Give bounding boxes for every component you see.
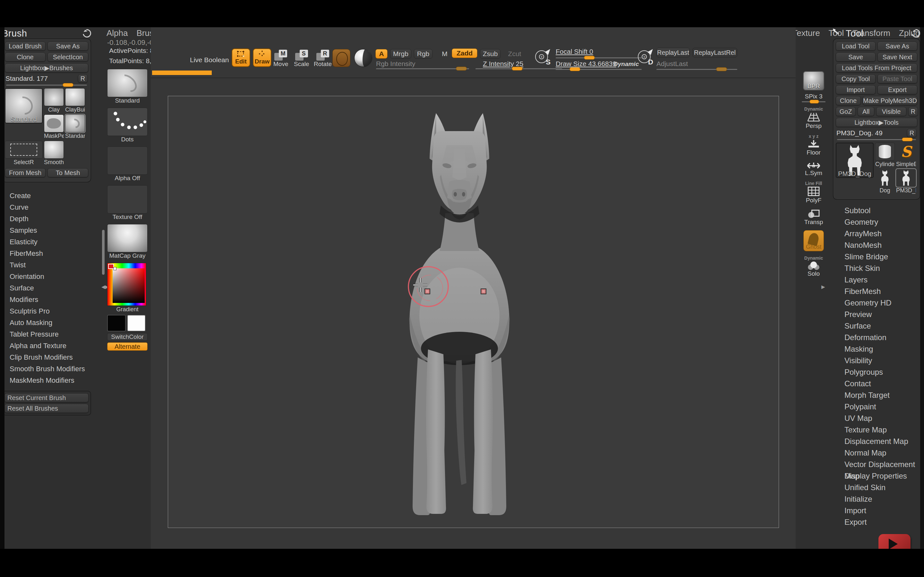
brush-menu-item[interactable]: Orientation [2, 271, 91, 282]
color-picker-marker[interactable] [113, 267, 116, 270]
brush-menu-item[interactable]: Elasticity [2, 236, 91, 248]
brush-menu-item[interactable]: Auto Masking [2, 317, 91, 329]
tool-menu-item[interactable]: Morph Target [833, 390, 920, 401]
adjust-last-handle[interactable] [716, 67, 727, 71]
tool-menu-item[interactable]: Thick Skin [833, 263, 920, 274]
tray-thumbnail[interactable] [107, 185, 148, 213]
tool-menu-item[interactable]: UV Map [833, 413, 920, 424]
brush-menu-item[interactable]: FiberMesh [2, 248, 91, 259]
brush-menu-item[interactable]: Create [2, 190, 91, 201]
transparency-button[interactable]: Transp [804, 208, 823, 226]
tool-menu-item[interactable]: Import [833, 505, 920, 516]
dynamic-draw-size-toggle[interactable]: Dynamic [614, 61, 639, 68]
tray-thumbnail[interactable] [107, 69, 148, 97]
alternate-button[interactable]: Alternate [107, 342, 148, 351]
local-symmetry-button[interactable]: L.Sym [805, 161, 822, 177]
mrgb-button[interactable]: Mrgb [390, 49, 411, 59]
brush-thumbnail[interactable] [65, 114, 85, 132]
goz-button[interactable]: GoZ [836, 107, 856, 116]
switch-color-button[interactable]: SwitchColor [107, 333, 148, 341]
tool-thumbnail[interactable] [875, 169, 895, 187]
color-picker[interactable] [107, 263, 146, 306]
tool-slider-handle[interactable] [902, 137, 913, 141]
clone-tool-button[interactable]: Clone [836, 96, 861, 105]
tool-menu-item[interactable]: Slime Bridge [833, 251, 920, 263]
brush-thumbnail[interactable] [5, 141, 43, 159]
draw-size-slider[interactable] [556, 69, 642, 70]
tool-menu-item[interactable]: Polygroups [833, 366, 920, 378]
load-tools-from-project-button[interactable]: Load Tools From Project [836, 63, 917, 73]
depth-dial-icon[interactable]: + D [637, 48, 654, 65]
tool-menu-item[interactable]: Contact [833, 378, 920, 390]
brush-menu-item[interactable]: Modifiers [2, 294, 91, 306]
import-tool-button[interactable]: Import [836, 85, 876, 94]
paste-tool-button[interactable]: Paste Tool [877, 74, 917, 83]
tool-menu-item[interactable]: Initialize [833, 493, 920, 505]
tool-slider-reset-button[interactable]: R [907, 129, 917, 137]
brush-menu-item[interactable]: Depth [2, 213, 91, 225]
brush-menu-item[interactable]: Surface [2, 282, 91, 294]
live-boolean-toggle[interactable]: Live Boolean [190, 56, 229, 64]
m-button[interactable]: M [439, 49, 451, 59]
brush-slider-track[interactable] [6, 85, 87, 85]
replay-last-rel-button[interactable]: ReplayLastRel [692, 48, 737, 57]
tool-menu-item[interactable]: FiberMesh [833, 285, 920, 297]
solo-button[interactable]: Dynamic Solo [804, 256, 823, 277]
tool-menu-item[interactable]: Preview [833, 309, 920, 320]
to-mesh-button[interactable]: To Mesh [47, 168, 88, 177]
goz-r-button[interactable]: R [908, 107, 918, 116]
z-intensity-handle[interactable] [512, 67, 523, 71]
make-polymesh3d-button[interactable]: Make PolyMesh3D [863, 96, 917, 105]
move-mode-button[interactable]: M Move [273, 50, 288, 68]
draw-mode-button[interactable]: Draw [253, 48, 271, 67]
tool-menu-item[interactable]: Masking [833, 343, 920, 355]
tool-thumbnail[interactable] [875, 143, 895, 161]
size-dial-icon[interactable]: + S [535, 48, 551, 65]
tool-menu-item[interactable]: Surface [833, 320, 920, 332]
export-tool-button[interactable]: Export [877, 85, 917, 94]
tool-thumbnail[interactable] [896, 169, 916, 187]
tool-menu-item[interactable]: Visibility [833, 355, 920, 366]
floor-button[interactable]: x y z Floor [806, 134, 821, 156]
persp-button[interactable]: Dynamic Persp [804, 107, 823, 129]
focal-shift-handle[interactable] [584, 56, 595, 60]
tool-menu-item[interactable]: NanoMesh [833, 239, 920, 251]
brush-menu-item[interactable]: Curve [2, 201, 91, 213]
load-tool-button[interactable]: Load Tool [836, 42, 876, 51]
lightbox-tools-button[interactable]: Lightbox▶Tools [836, 118, 917, 127]
brush-menu-item[interactable]: Twist [2, 259, 91, 271]
secondary-color-swatch[interactable] [127, 315, 145, 332]
tool-menu-item[interactable]: ArrayMesh [833, 228, 920, 239]
save-next-button[interactable]: Save Next [877, 53, 917, 61]
brush-reset-button[interactable]: Reset Current Brush [5, 393, 89, 402]
left-panel-scrollbar[interactable] [102, 230, 105, 275]
rotate-mode-button[interactable]: R Rotate [314, 50, 332, 68]
brush-menu-item[interactable]: Sculptris Pro [2, 306, 91, 317]
menu-bar-item[interactable]: Alpha [107, 28, 128, 38]
rgb-intensity-handle[interactable] [456, 67, 467, 71]
spix-handle[interactable] [809, 100, 819, 103]
tool-menu-item[interactable]: Subtool [833, 205, 920, 216]
canvas-area[interactable]: Live Boolean Edit Draw M Move S Scale R [151, 27, 796, 549]
tool-menu-item[interactable]: Vector Displacement Map [833, 459, 920, 470]
brush-thumbnail[interactable] [44, 141, 64, 159]
goz-all-button[interactable]: All [858, 107, 874, 116]
zcut-button[interactable]: Zcut [506, 49, 523, 59]
brush-menu-item[interactable]: MaskMesh Modifiers [2, 375, 91, 386]
tool-menu-item[interactable]: Export [833, 516, 920, 528]
polyframe-button[interactable]: Line Fill PolyF [805, 181, 822, 204]
load-brush-button[interactable]: Load Brush [5, 42, 45, 51]
tool-menu-item[interactable]: Display Properties [833, 470, 920, 482]
goz-visible-button[interactable]: Visible [876, 107, 906, 116]
tool-menu-item[interactable]: Polypaint [833, 401, 920, 413]
tool-menu-item[interactable]: Displacement Map [833, 436, 920, 447]
scale-mode-button[interactable]: S Scale [294, 50, 309, 68]
edit-mode-button[interactable]: Edit [232, 48, 250, 67]
brush-slider-reset-button[interactable]: R [78, 74, 87, 83]
stroke-alpha-preview-button[interactable] [333, 49, 351, 67]
rgb-intensity-slider[interactable] [376, 68, 469, 69]
anchor-a-button[interactable]: A [375, 49, 388, 59]
brush-menu-item[interactable]: Alpha and Texture [2, 340, 91, 351]
draw-size-handle[interactable] [569, 67, 580, 71]
tool-menu-item[interactable]: Deformation [833, 332, 920, 343]
